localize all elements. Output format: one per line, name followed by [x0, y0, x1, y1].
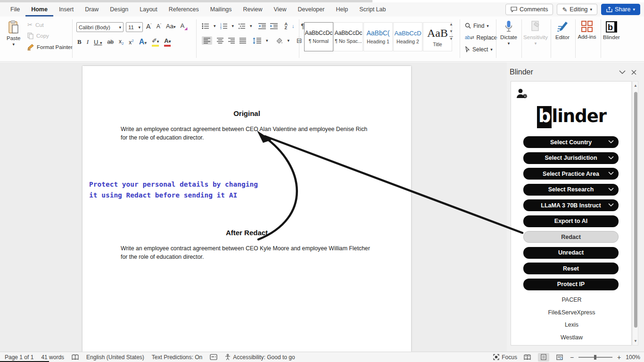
bullets-button[interactable] [202, 23, 209, 29]
text-predictions-icon[interactable] [210, 354, 217, 360]
scroll-up-icon[interactable]: ▲ [633, 83, 638, 88]
pane-chevron-down-icon[interactable] [619, 70, 626, 74]
tab-file[interactable]: File [5, 2, 25, 16]
style-normal[interactable]: AaBbCcDc ¶ Normal [304, 22, 333, 51]
word-count[interactable]: 41 words [41, 354, 64, 361]
grow-font-button[interactable]: Aˆ [146, 23, 152, 30]
tab-view[interactable]: View [268, 2, 292, 16]
read-mode-button[interactable] [522, 353, 533, 362]
editing-mode-button[interactable]: ✎ Editing ▾ [557, 4, 597, 15]
print-layout-button[interactable] [538, 353, 549, 362]
text-effects-button[interactable]: A▾ [139, 38, 147, 46]
dictate-button[interactable]: Dictate ▾ [499, 20, 519, 46]
highlight-button[interactable]: ✐▾ [152, 37, 159, 47]
tab-mailings[interactable]: Mailings [205, 2, 238, 16]
sort-button[interactable]: AZ [285, 22, 288, 30]
export-to-ai-button[interactable]: Export to AI [523, 215, 619, 227]
italic-button[interactable]: I [87, 38, 89, 46]
line-spacing-button[interactable] [253, 38, 261, 44]
link-lexis[interactable]: Lexis [511, 321, 632, 328]
document-page[interactable]: Original Write an employee contract agre… [83, 66, 411, 352]
copy-button[interactable]: Copy [27, 33, 49, 39]
clear-formatting-button[interactable]: A◢ [180, 22, 187, 31]
numbering-button[interactable]: 123 [220, 23, 228, 29]
zoom-out-button[interactable]: − [570, 354, 574, 361]
select-research-dropdown[interactable]: Select Research [523, 184, 619, 196]
zoom-level[interactable]: 100% [626, 354, 640, 361]
select-jurisdiction-dropdown[interactable]: Select Jurisdiction [523, 152, 619, 164]
zoom-slider[interactable] [578, 357, 612, 358]
tab-insert[interactable]: Insert [53, 2, 79, 16]
reset-button[interactable]: Reset [523, 263, 619, 274]
redact-button[interactable]: Redact [523, 231, 619, 243]
text-predictions-indicator[interactable]: Text Predictions: On [152, 354, 202, 361]
tab-home[interactable]: Home [25, 2, 53, 16]
accessibility-status[interactable]: Accessibility: Good to go [225, 354, 295, 361]
panel-scrollbar[interactable]: ▲ ▼ [632, 81, 638, 346]
comments-button[interactable]: Comments [505, 4, 553, 15]
strikethrough-button[interactable]: ab [107, 39, 114, 45]
align-left-button[interactable] [202, 36, 212, 45]
find-button[interactable]: Find▾ [465, 20, 497, 31]
justify-button[interactable] [239, 38, 246, 44]
font-color-button[interactable]: A▾ [164, 37, 171, 47]
style-heading-1[interactable]: AaBbC( Heading 1 [363, 22, 393, 51]
style-title[interactable]: AaB Title [423, 22, 452, 51]
tab-developer[interactable]: Developer [292, 2, 330, 16]
zoom-slider-thumb[interactable] [594, 355, 596, 360]
tab-help[interactable]: Help [330, 2, 354, 16]
paste-button[interactable]: Paste ▾ [7, 20, 20, 47]
share-button[interactable]: Share ▾ [601, 4, 640, 15]
add-ins-button[interactable]: Add-ins [576, 20, 598, 40]
superscript-button[interactable]: x2 [129, 39, 133, 46]
styles-gallery-more[interactable]: ▼ [449, 36, 453, 41]
proofing-book-icon[interactable] [72, 354, 79, 360]
font-size-combo[interactable]: 11 ▾ [126, 22, 143, 32]
scroll-down-icon[interactable]: ▼ [633, 339, 638, 343]
tab-design[interactable]: Design [104, 2, 134, 16]
zoom-in-button[interactable]: + [617, 354, 621, 361]
select-country-dropdown[interactable]: Select Country [523, 136, 619, 148]
align-center-button[interactable] [217, 38, 223, 44]
replace-button[interactable]: ab⇄ Replace [465, 32, 497, 43]
styles-scroll-down[interactable]: ▼ [449, 29, 453, 33]
bold-button[interactable]: B [77, 38, 82, 46]
underline-button[interactable]: U ▾ [94, 39, 102, 46]
style-no-spacing[interactable]: AaBbCcDc ¶ No Spac... [334, 22, 363, 51]
multilevel-list-button[interactable] [238, 23, 246, 29]
cut-button[interactable]: ✂ Cut [27, 21, 44, 28]
tab-review[interactable]: Review [238, 2, 268, 16]
decrease-indent-button[interactable] [258, 23, 266, 29]
model-dropdown[interactable]: LLaMA 3 70B Instruct [523, 199, 619, 211]
pane-close-icon[interactable] [631, 70, 636, 75]
change-case-button[interactable]: Aa▾ [166, 23, 175, 30]
unredact-button[interactable]: Unredact [523, 247, 619, 259]
tab-draw[interactable]: Draw [79, 2, 104, 16]
font-name-combo[interactable]: Calibri (Body) ▾ [76, 22, 124, 32]
styles-scroll-up[interactable]: ▲ [449, 22, 453, 26]
language-indicator[interactable]: English (United States) [86, 354, 144, 361]
user-settings-icon[interactable] [516, 88, 528, 99]
tab-script-lab[interactable]: Script Lab [354, 2, 391, 16]
scrollbar-thumb[interactable] [634, 92, 637, 328]
align-right-button[interactable] [228, 38, 235, 44]
subscript-button[interactable]: x2 [119, 38, 124, 46]
select-button[interactable]: Select▾ [465, 44, 497, 55]
select-practice-area-dropdown[interactable]: Select Practice Area [523, 168, 619, 180]
protect-ip-button[interactable]: Protect IP [523, 279, 619, 290]
style-heading-2[interactable]: AaBbCcD Heading 2 [393, 22, 422, 51]
link-westlaw[interactable]: Westlaw [511, 334, 632, 341]
link-fileservexpress[interactable]: File&ServeXpress [511, 309, 632, 316]
shrink-font-button[interactable]: Aˇ [157, 23, 161, 30]
increase-indent-button[interactable] [270, 23, 278, 29]
web-layout-button[interactable] [554, 353, 565, 362]
tab-layout[interactable]: Layout [134, 2, 163, 16]
link-pacer[interactable]: PACER [511, 296, 632, 303]
format-painter-button[interactable]: Format Painter [27, 44, 73, 50]
shading-icon[interactable] [276, 37, 283, 44]
blinder-ribbon-button[interactable]: b Blinder [602, 20, 621, 40]
editor-button[interactable]: Editor [553, 20, 572, 40]
focus-button[interactable]: Focus [493, 354, 517, 361]
page-indicator[interactable]: Page 1 of 1 [5, 354, 33, 361]
tab-references[interactable]: References [163, 2, 205, 16]
